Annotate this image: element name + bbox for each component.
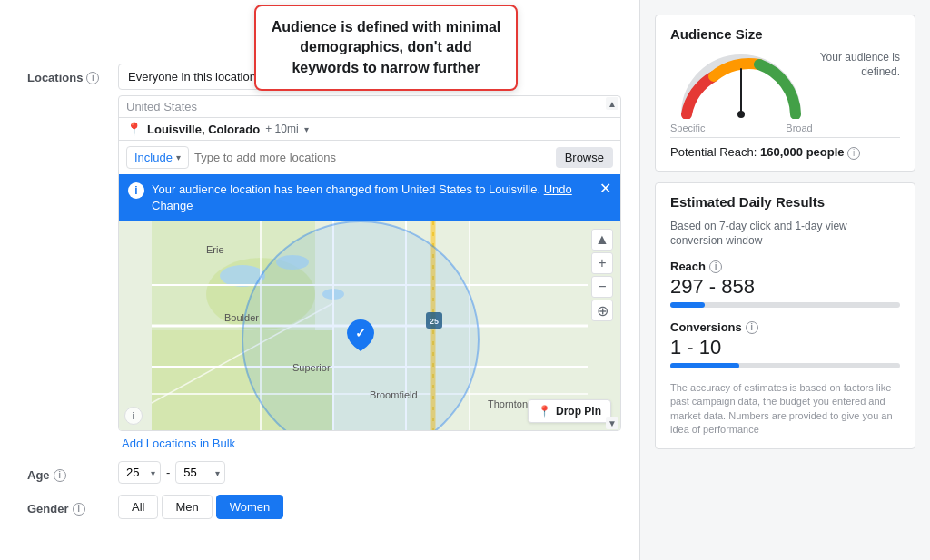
- conversions-label: Conversions i: [670, 320, 900, 334]
- age-label: Age i: [27, 461, 118, 482]
- age-row: Age i 25 18 21 35 -: [27, 461, 621, 484]
- scroll-down-arrow[interactable]: ▼: [606, 417, 618, 429]
- scroll-arrows: ▲ ▼: [605, 95, 619, 431]
- daily-results-section: Estimated Daily Results Based on 7-day c…: [655, 182, 915, 449]
- conversions-bar: [670, 363, 739, 368]
- age-to-wrapper: 55 45 65 65+: [175, 461, 225, 484]
- potential-reach: Potential Reach: 160,000 people i: [670, 137, 900, 160]
- right-panel: Audience Size: [639, 0, 930, 560]
- location-chip-row: 📍 Louisville, Colorado + 10mi ▾: [119, 118, 620, 141]
- gender-label: Gender i: [27, 495, 118, 516]
- tooltip-text: Audience is defined with minimal demogra…: [272, 19, 500, 75]
- gender-content: All Men Women: [118, 495, 621, 519]
- add-locations-bulk-link[interactable]: Add Locations in Bulk: [122, 437, 235, 450]
- daily-disclaimer: The accuracy of estimates is based on fa…: [670, 381, 900, 437]
- potential-reach-value: 160,000 people: [760, 145, 845, 159]
- age-from-select[interactable]: 25 18 21 35: [118, 461, 161, 484]
- location-chip-radius: + 10mi: [265, 123, 298, 135]
- conversions-bar-wrapper: [670, 363, 900, 368]
- notification-text: Your audience location has been changed …: [152, 182, 592, 214]
- gender-all-button[interactable]: All: [118, 495, 158, 519]
- gender-info-icon[interactable]: i: [73, 503, 85, 516]
- reach-bar-wrapper: [670, 302, 900, 308]
- include-arrow-icon: ▾: [176, 152, 181, 162]
- location-search-input[interactable]: [194, 151, 550, 164]
- scroll-up-arrow[interactable]: ▲: [606, 97, 618, 110]
- potential-reach-info-icon[interactable]: i: [847, 147, 860, 160]
- drop-pin-icon: 📍: [538, 405, 551, 418]
- location-input-row: Include ▾ Browse: [119, 141, 620, 174]
- conversions-value: 1 - 10: [670, 336, 900, 359]
- gender-women-button[interactable]: Women: [216, 495, 284, 519]
- svg-text:Broomfield: Broomfield: [370, 389, 418, 400]
- locations-label: Locations i: [27, 64, 118, 84]
- svg-text:Erie: Erie: [206, 244, 224, 255]
- locations-content: Everyone in this location ▾ United State…: [118, 64, 621, 450]
- daily-results-subtitle: Based on 7-day click and 1-day view conv…: [670, 219, 900, 250]
- age-to-select[interactable]: 55 45 65 65+: [175, 461, 225, 484]
- location-search-box: United States 📍 Louisville, Colorado + 1…: [118, 95, 621, 431]
- notification-icon: i: [128, 182, 144, 199]
- gauge-wrapper: [670, 51, 813, 119]
- reach-value: 297 - 858: [670, 275, 900, 299]
- gender-men-button[interactable]: Men: [162, 495, 212, 519]
- age-info-icon[interactable]: i: [54, 469, 66, 482]
- daily-results-title: Estimated Daily Results: [670, 194, 900, 210]
- age-from-wrapper: 25 18 21 35: [118, 461, 161, 484]
- locations-row: Locations i Everyone in this location ▾ …: [27, 64, 621, 450]
- gauge-broad-label: Broad: [786, 123, 812, 133]
- audience-gauge-area: Specific Broad Your audience isdefined.: [670, 51, 900, 133]
- gauge-specific-label: Specific: [670, 123, 706, 133]
- drop-pin-button[interactable]: 📍 Drop Pin: [528, 399, 611, 423]
- location-tag-row: United States: [119, 96, 620, 118]
- chip-dropdown-icon[interactable]: ▾: [304, 124, 309, 134]
- age-selectors: 25 18 21 35 - 55 45 65 65+: [118, 461, 621, 484]
- reach-bar: [670, 302, 705, 308]
- locations-info-icon[interactable]: i: [86, 72, 99, 84]
- audience-size-title: Audience Size: [670, 26, 900, 42]
- tooltip-box: Audience is defined with minimal demogra…: [254, 5, 518, 91]
- audience-defined-text: Your audience isdefined.: [820, 51, 900, 79]
- reach-info-icon[interactable]: i: [709, 260, 722, 273]
- include-button[interactable]: Include ▾: [126, 146, 189, 169]
- page-wrapper: Audience is defined with minimal demogra…: [0, 0, 930, 560]
- gender-row: Gender i All Men Women: [27, 495, 621, 519]
- age-content: 25 18 21 35 - 55 45 65 65+: [118, 461, 621, 484]
- svg-text:✓: ✓: [355, 326, 366, 340]
- location-pin-icon: 📍: [126, 122, 142, 136]
- reach-label: Reach i: [670, 260, 900, 273]
- audience-size-section: Audience Size: [655, 15, 915, 172]
- us-tag: United States: [126, 100, 197, 113]
- location-search-wrapper: United States 📍 Louisville, Colorado + 1…: [118, 95, 621, 431]
- gauge-labels: Specific Broad: [670, 123, 813, 133]
- gauge-svg: [678, 51, 805, 119]
- location-chip-name: Louisville, Colorado: [147, 123, 260, 136]
- age-dash: -: [166, 466, 170, 479]
- svg-text:Boulder: Boulder: [224, 312, 259, 323]
- gender-button-group: All Men Women: [118, 495, 621, 519]
- left-panel: Audience is defined with minimal demogra…: [0, 0, 639, 560]
- svg-point-28: [737, 111, 745, 118]
- conversions-info-icon[interactable]: i: [746, 321, 758, 334]
- svg-text:Thornton: Thornton: [488, 398, 528, 409]
- map-container: 25 ✓ Erie: [119, 221, 620, 430]
- svg-text:Superior: Superior: [292, 362, 331, 373]
- notification-bar: i Your audience location has been change…: [119, 174, 620, 221]
- gauge-area: Specific Broad: [670, 51, 813, 133]
